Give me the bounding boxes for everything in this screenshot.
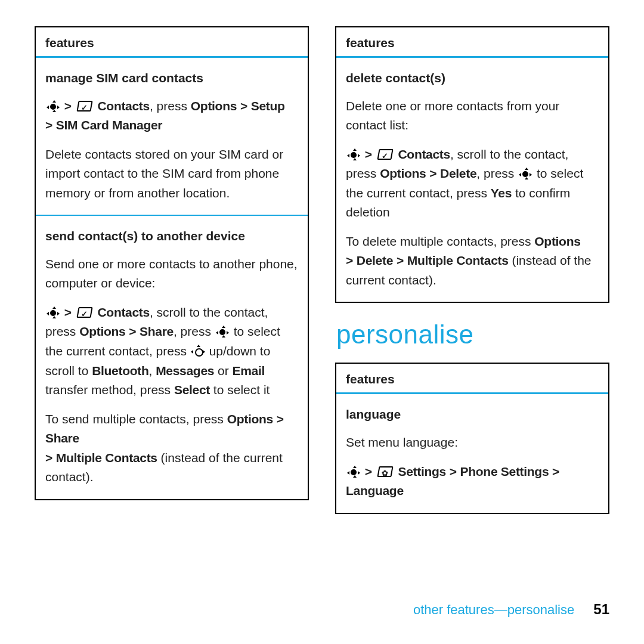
nav-center-icon bbox=[47, 100, 60, 113]
label-multiple-contacts: Multiple Contacts bbox=[56, 451, 157, 465]
gt: > bbox=[277, 412, 284, 426]
features-header: features bbox=[336, 364, 608, 394]
gt: > bbox=[64, 99, 72, 113]
label-delete: Delete bbox=[357, 253, 393, 267]
label-settings: Settings bbox=[398, 465, 446, 478]
text: To send multiple contacts, press bbox=[45, 412, 227, 426]
nav-center-icon bbox=[216, 325, 229, 338]
text: , press bbox=[150, 99, 187, 113]
gt: > bbox=[240, 99, 247, 113]
gt: > bbox=[450, 465, 457, 478]
label-multiple-contacts: Multiple Contacts bbox=[407, 253, 509, 267]
features-box-personalise: features language Set menu language: > ✿… bbox=[335, 363, 609, 513]
intro-language: Set menu language: bbox=[346, 433, 599, 453]
section-title-personalise: personalise bbox=[336, 320, 609, 349]
contacts-app-icon: ✓ bbox=[76, 306, 92, 319]
body-manage-sim: Delete contacts stored on your SIM card … bbox=[45, 145, 298, 203]
features-header: features bbox=[36, 27, 308, 58]
text: , press bbox=[174, 324, 215, 338]
text: transfer method, press bbox=[45, 383, 174, 397]
multi-send: To send multiple contacts, press Options… bbox=[45, 410, 298, 487]
nav-center-icon bbox=[519, 167, 532, 180]
gt: > bbox=[429, 166, 436, 180]
label-yes: Yes bbox=[491, 186, 512, 200]
page-body: features manage SIM card contacts > ✓ Co… bbox=[0, 0, 644, 514]
nav-center-icon bbox=[47, 306, 60, 319]
cell-manage-sim: manage SIM card contacts > ✓ Contacts, p… bbox=[36, 58, 308, 216]
label-contacts: Contacts bbox=[98, 99, 150, 113]
cell-language: language Set menu language: > ✿ Settings… bbox=[336, 394, 608, 512]
intro-send: Send one or more contacts to another pho… bbox=[45, 255, 298, 293]
text: To delete multiple contacts, press bbox=[346, 234, 534, 248]
gt: > bbox=[365, 147, 372, 161]
label-email: Email bbox=[232, 364, 265, 377]
gt: > bbox=[397, 253, 404, 267]
gt: > bbox=[64, 305, 72, 319]
subhead-language: language bbox=[346, 405, 599, 425]
label-sim-manager: SIM Card Manager bbox=[56, 118, 162, 132]
text: , bbox=[148, 364, 156, 377]
label-phone-settings: Phone Settings bbox=[460, 465, 549, 478]
label-language: Language bbox=[346, 484, 404, 497]
footer-breadcrumb: other features—personalise bbox=[413, 602, 574, 617]
gt: > bbox=[45, 118, 52, 132]
label-share: Share bbox=[140, 324, 174, 338]
label-contacts: Contacts bbox=[398, 147, 450, 161]
label-select: Select bbox=[174, 383, 210, 397]
intro-delete: Delete one or more contacts from your co… bbox=[346, 97, 599, 135]
contacts-app-icon: ✓ bbox=[377, 148, 392, 161]
text: , press bbox=[476, 166, 518, 180]
page-footer: other features—personalise 51 bbox=[413, 601, 609, 618]
left-column: features manage SIM card contacts > ✓ Co… bbox=[35, 26, 309, 514]
page-number: 51 bbox=[593, 601, 609, 617]
label-options: Options bbox=[79, 324, 125, 338]
nav-center-icon bbox=[347, 148, 360, 161]
label-messages: Messages bbox=[156, 364, 214, 377]
label-options: Options bbox=[534, 234, 580, 248]
subhead-delete: delete contact(s) bbox=[346, 69, 599, 88]
nav-path-language: > ✿ Settings > Phone Settings > Language bbox=[346, 462, 599, 501]
label-delete: Delete bbox=[440, 166, 476, 180]
gt: > bbox=[365, 465, 372, 478]
features-box-right: features delete contact(s) Delete one or… bbox=[335, 26, 609, 303]
text: to select it bbox=[210, 383, 270, 397]
cell-send-contacts: send contact(s) to another device Send o… bbox=[36, 216, 308, 499]
subhead-manage-sim: manage SIM card contacts bbox=[45, 69, 298, 88]
label-options: Options bbox=[227, 412, 273, 426]
features-header: features bbox=[336, 27, 608, 58]
label-bluetooth: Bluetooth bbox=[92, 364, 148, 377]
contacts-app-icon: ✓ bbox=[76, 100, 92, 113]
gt: > bbox=[129, 324, 136, 338]
gt: > bbox=[346, 253, 353, 267]
right-column: features delete contact(s) Delete one or… bbox=[335, 26, 609, 514]
multi-delete: To delete multiple contacts, press Optio… bbox=[346, 232, 599, 290]
text: or bbox=[214, 364, 232, 377]
label-contacts: Contacts bbox=[98, 305, 150, 319]
label-options: Options bbox=[380, 166, 426, 180]
label-setup: Setup bbox=[251, 99, 285, 113]
gt: > bbox=[552, 465, 559, 478]
label-share: Share bbox=[45, 431, 79, 445]
nav-ring-icon bbox=[191, 345, 205, 358]
settings-app-icon: ✿ bbox=[377, 465, 392, 478]
subhead-send-contacts: send contact(s) to another device bbox=[45, 227, 298, 246]
features-box-left: features manage SIM card contacts > ✓ Co… bbox=[35, 26, 309, 500]
label-options: Options bbox=[191, 99, 237, 113]
instructions-send: > ✓ Contacts, scroll to the contact, pre… bbox=[45, 303, 298, 400]
cell-delete-contacts: delete contact(s) Delete one or more con… bbox=[336, 58, 608, 302]
nav-center-icon bbox=[347, 465, 360, 478]
instructions-delete: > ✓ Contacts, scroll to the contact, pre… bbox=[346, 145, 599, 222]
gt: > bbox=[45, 451, 52, 465]
nav-path-sim: > ✓ Contacts, press Options > Setup > SI… bbox=[45, 97, 298, 135]
